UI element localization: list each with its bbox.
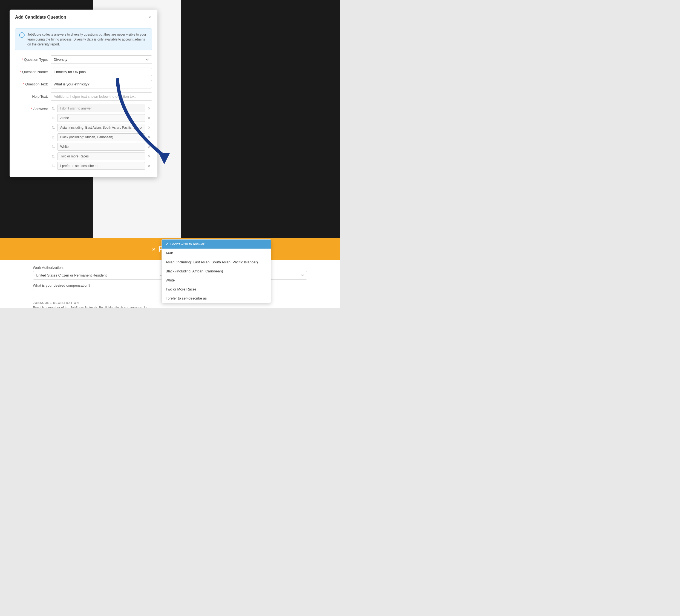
- answer-row: ⇅✕: [51, 124, 152, 132]
- answer-row: ⇅✕: [51, 105, 152, 112]
- dropdown-item[interactable]: Asian (including: East Asian, South Asia…: [162, 258, 271, 267]
- drag-handle-icon[interactable]: ⇅: [51, 125, 56, 130]
- question-name-row: *Question Name:: [15, 67, 152, 76]
- drag-handle-icon[interactable]: ⇅: [51, 164, 56, 168]
- answer-row: ⇅✕: [51, 143, 152, 150]
- info-icon: i: [19, 32, 25, 38]
- required-marker2: *: [20, 70, 21, 74]
- modal-title: Add Candidate Question: [15, 15, 66, 20]
- add-candidate-question-modal: Add Candidate Question × i JobScore coll…: [9, 9, 158, 177]
- drag-handle-icon[interactable]: ⇅: [51, 154, 56, 159]
- help-text-row: Help Text:: [15, 92, 152, 101]
- question-name-wrap: [51, 67, 152, 76]
- drag-handle-icon[interactable]: ⇅: [51, 135, 56, 139]
- remove-answer-button[interactable]: ✕: [146, 106, 152, 111]
- question-type-label: *Question Type:: [15, 55, 51, 62]
- revel-chevrons-icon: »: [152, 246, 155, 253]
- remove-answer-button[interactable]: ✕: [146, 134, 152, 140]
- answer-row: ⇅✕: [51, 162, 152, 170]
- drag-handle-icon[interactable]: ⇅: [51, 106, 56, 111]
- question-type-select[interactable]: Diversity: [51, 55, 152, 64]
- answer-input[interactable]: [57, 162, 145, 170]
- dropdown-item[interactable]: White: [162, 276, 271, 285]
- remove-answer-button[interactable]: ✕: [146, 144, 152, 149]
- dropdown-item[interactable]: Arab: [162, 249, 271, 258]
- dropdown-item[interactable]: Two or More Races: [162, 285, 271, 294]
- remove-answer-button[interactable]: ✕: [146, 115, 152, 121]
- question-text-input[interactable]: [51, 80, 152, 88]
- help-text-label: Help Text:: [15, 92, 51, 99]
- modal-header: Add Candidate Question ×: [9, 9, 158, 24]
- compensation-group: What is your desired compensation?: [33, 283, 166, 297]
- work-auth-select[interactable]: United States Citizen or Permanent Resid…: [33, 271, 166, 280]
- question-text-label: *Question Text:: [15, 80, 51, 86]
- dropdown-item[interactable]: Black (including: African, Caribbean): [162, 267, 271, 276]
- answer-input[interactable]: [57, 114, 145, 122]
- help-text-input[interactable]: [51, 92, 152, 101]
- required-marker3: *: [23, 82, 24, 86]
- answer-input[interactable]: [57, 152, 145, 160]
- required-marker4: *: [31, 107, 32, 111]
- answers-list: ⇅✕⇅✕⇅✕⇅✕⇅✕⇅✕⇅✕: [51, 105, 152, 172]
- work-auth-group: Work Authorization: United States Citize…: [33, 265, 166, 280]
- work-auth-label: Work Authorization:: [33, 265, 166, 270]
- compensation-label: What is your desired compensation?: [33, 283, 166, 287]
- answer-input[interactable]: [57, 105, 145, 112]
- info-text: JobScore collects answers to diversity q…: [27, 32, 148, 47]
- question-text-wrap: [51, 80, 152, 88]
- remove-answer-button[interactable]: ✕: [146, 163, 152, 169]
- question-type-wrap: Diversity: [51, 55, 152, 64]
- drag-handle-icon[interactable]: ⇅: [51, 145, 56, 149]
- answer-input[interactable]: [57, 124, 145, 132]
- modal-close-button[interactable]: ×: [147, 15, 152, 20]
- dropdown-item[interactable]: I prefer to self-describe as: [162, 294, 271, 303]
- answers-section: *Answers: ⇅✕⇅✕⇅✕⇅✕⇅✕⇅✕⇅✕: [15, 105, 152, 172]
- jobscore-text: Revel is a member of the JobScore Networ…: [33, 306, 307, 308]
- info-banner: i JobScore collects answers to diversity…: [15, 28, 152, 50]
- drag-handle-icon[interactable]: ⇅: [51, 116, 56, 120]
- answer-row: ⇅✕: [51, 152, 152, 160]
- answer-row: ⇅✕: [51, 133, 152, 141]
- answer-input[interactable]: [57, 143, 145, 150]
- answer-row: ⇅✕: [51, 114, 152, 122]
- question-type-row: *Question Type: Diversity: [15, 55, 152, 64]
- checkmark-icon: ✓: [166, 242, 169, 246]
- compensation-input[interactable]: [33, 289, 166, 297]
- ethnicity-dropdown: ✓I don't wish to answerArabAsian (includ…: [162, 239, 271, 303]
- answer-input[interactable]: [57, 133, 145, 141]
- dropdown-item[interactable]: ✓I don't wish to answer: [162, 240, 271, 249]
- answers-label: *Answers:: [15, 105, 51, 111]
- question-name-input[interactable]: [51, 67, 152, 76]
- modal-body: i JobScore collects answers to diversity…: [9, 24, 158, 177]
- remove-answer-button[interactable]: ✕: [146, 153, 152, 159]
- required-marker: *: [22, 57, 23, 62]
- question-text-row: *Question Text:: [15, 80, 152, 88]
- question-name-label: *Question Name:: [15, 67, 51, 74]
- remove-answer-button[interactable]: ✕: [146, 125, 152, 130]
- help-text-wrap: [51, 92, 152, 101]
